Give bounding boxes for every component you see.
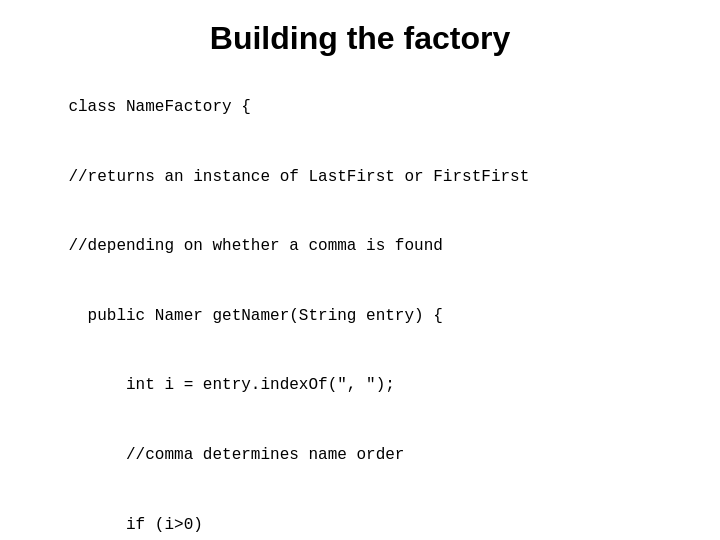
code-line-2: //returns an instance of LastFirst or Fi… — [68, 168, 529, 186]
code-line-6: //comma determines name order — [68, 446, 404, 464]
code-line-3: //depending on whether a comma is found — [68, 237, 442, 255]
code-line-1: class NameFactory { — [68, 98, 250, 116]
code-block: class NameFactory { //returns an instanc… — [20, 73, 700, 540]
page-container: Building the factory class NameFactory {… — [0, 0, 720, 540]
code-line-7: if (i>0) — [68, 516, 202, 534]
page-title: Building the factory — [210, 20, 510, 57]
code-line-4: public Namer getNamer(String entry) { — [68, 307, 442, 325]
code-line-5: int i = entry.indexOf(", "); — [68, 376, 394, 394]
